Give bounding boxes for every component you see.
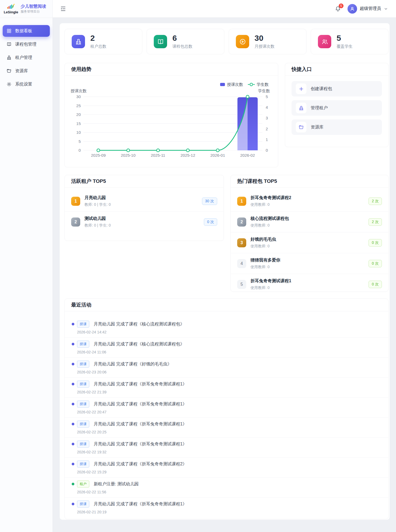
package-meta: 使用教师: 0 <box>250 265 280 269</box>
activity-dot <box>72 463 74 465</box>
rank-badge: 1 <box>237 197 246 206</box>
package-row: 4 猜猜我有多爱你 使用教师: 0 0 次 <box>231 253 388 274</box>
sidebar-nav: 数据看板 课程包管理 租户管理 资源库 <box>0 18 52 90</box>
activity-time: 2026-02-22 20:25 <box>77 430 382 434</box>
user-name: 超级管理员 <box>360 6 381 11</box>
svg-text:0: 0 <box>266 148 268 152</box>
avatar <box>347 4 357 14</box>
package-meta: 使用教师: 0 <box>250 285 291 290</box>
activity-time: 2026-02-22 15:29 <box>77 470 382 474</box>
sidebar-item-label: 资源库 <box>15 68 28 74</box>
stat-value: 5 <box>337 34 353 42</box>
activity-time: 2026-02-22 21:39 <box>77 390 382 394</box>
svg-text:2025-10: 2025-10 <box>121 153 135 158</box>
play-icon <box>236 35 249 48</box>
sidebar-item-resources[interactable]: 资源库 <box>3 65 50 77</box>
active-tenants-card: 活跃租户 TOP5 1 月亮幼儿园 教师: 0 | 学生: 0 30 次 2 测… <box>64 175 224 241</box>
stat-value: 6 <box>172 34 192 42</box>
quick-action-manage-tenants[interactable]: 管理租户 <box>292 100 382 116</box>
package-name: 好饿的毛毛虫 <box>250 237 276 242</box>
activity-tag: 授课 <box>77 401 89 408</box>
building-icon <box>6 55 12 60</box>
svg-text:授课次数: 授课次数 <box>71 88 87 93</box>
activity-time: 2026-02-21 20:19 <box>77 510 382 514</box>
activity-time: 2026-02-22 11:56 <box>77 490 382 494</box>
menu-fold-icon <box>60 5 67 12</box>
stat-value: 30 <box>254 34 274 42</box>
activity-dot <box>72 383 74 385</box>
plus-icon <box>296 83 306 94</box>
activity-tag: 租户 <box>77 481 89 487</box>
quick-action-label: 资源库 <box>311 124 324 130</box>
package-name: 折耳兔奇奇测试课程2 <box>250 195 291 201</box>
package-meta: 使用教师: 0 <box>250 202 291 207</box>
stat-value: 2 <box>90 34 106 42</box>
notification-badge: 5 <box>339 3 344 8</box>
activity-row: 授课 月亮幼儿园 完成了课程《折耳兔奇奇测试课程2》 2026-02-22 15… <box>65 458 388 478</box>
sidebar-item-label: 系统设置 <box>15 82 32 87</box>
sidebar-collapse-button[interactable] <box>60 5 67 12</box>
package-meta: 使用教师: 0 <box>250 223 289 228</box>
activity-text: 月亮幼儿园 完成了课程《折耳兔奇奇测试课程1》 <box>94 422 187 426</box>
recent-activity-card: 最近活动 授课 月亮幼儿园 完成了课程《核心流程测试课程包》 2026-02-2… <box>64 299 389 519</box>
stat-card-tenants: 2 租户总数 <box>64 29 142 54</box>
activity-row: 租户 新租户注册: 测试幼儿园 2026-02-22 11:56 <box>65 478 388 498</box>
quick-entry-card: 快捷入口 创建课程包 管理租户 <box>285 63 389 147</box>
usage-trend-chart: 051015202530012345授课次数学生数2025-092025-102… <box>70 79 273 159</box>
activity-tag: 授课 <box>77 501 89 507</box>
activity-dot <box>72 483 74 485</box>
quick-action-create-package[interactable]: 创建课程包 <box>292 81 382 96</box>
rainbow-bars-icon <box>6 3 15 10</box>
user-icon <box>349 6 355 12</box>
quick-action-resources[interactable]: 资源库 <box>292 119 382 135</box>
svg-text:学生数: 学生数 <box>257 82 269 87</box>
sidebar-item-course-packages[interactable]: 课程包管理 <box>3 38 50 50</box>
activity-tag: 授课 <box>77 341 89 348</box>
svg-text:5: 5 <box>79 139 81 144</box>
activity-dot <box>72 423 74 425</box>
book-icon <box>6 42 12 47</box>
rank-badge: 3 <box>237 238 246 247</box>
notifications-button[interactable]: 5 <box>335 6 341 12</box>
svg-text:2026-01: 2026-01 <box>210 153 225 158</box>
package-row: 1 折耳兔奇奇测试课程2 使用教师: 0 2 次 <box>231 191 388 212</box>
usage-trend-card: 使用趋势 051015202530012345授课次数学生数2025-09202… <box>64 63 278 167</box>
activity-dot <box>72 363 74 365</box>
svg-text:10: 10 <box>76 130 81 135</box>
sidebar-item-settings[interactable]: 系统设置 <box>3 78 50 90</box>
svg-text:4: 4 <box>266 105 268 110</box>
tenant-row: 1 月亮幼儿园 教师: 0 | 学生: 0 30 次 <box>65 191 224 212</box>
stat-label: 课程包总数 <box>172 44 192 49</box>
svg-text:2026-02: 2026-02 <box>240 153 255 158</box>
brand-logo-icon: LeSingle <box>4 3 18 14</box>
svg-text:2: 2 <box>266 127 268 131</box>
stat-label: 月授课次数 <box>254 44 274 49</box>
rank-badge: 1 <box>71 197 80 206</box>
card-title: 热门课程包 TOP5 <box>231 175 388 188</box>
activity-time: 2026-02-22 19:32 <box>77 450 382 454</box>
activity-tag: 授课 <box>77 421 89 428</box>
svg-text:30: 30 <box>76 94 81 99</box>
usage-count-badge: 0 次 <box>369 281 382 288</box>
rank-badge: 2 <box>71 217 80 227</box>
user-menu[interactable]: 超级管理员 <box>347 4 388 14</box>
sidebar: LeSingle 少儿智慧阅读 服务管理后台 数据看板 课程包管理 <box>0 0 53 532</box>
sidebar-item-tenants[interactable]: 租户管理 <box>3 52 50 63</box>
activity-tag: 授课 <box>77 461 89 467</box>
gear-icon <box>6 82 12 87</box>
package-row: 2 核心流程测试课程包 使用教师: 0 2 次 <box>231 212 388 232</box>
package-row: 3 好饿的毛毛虫 使用教师: 0 0 次 <box>231 232 388 253</box>
svg-text:2025-09: 2025-09 <box>91 153 106 158</box>
activity-tag: 授课 <box>77 361 89 368</box>
activity-text: 新租户注册: 测试幼儿园 <box>94 482 139 486</box>
svg-text:学生数: 学生数 <box>258 88 270 93</box>
sidebar-item-dashboard[interactable]: 数据看板 <box>3 25 50 37</box>
activity-text: 月亮幼儿园 完成了课程《核心流程测试课程包》 <box>94 342 184 346</box>
building-icon <box>296 103 306 113</box>
svg-text:2025-11: 2025-11 <box>151 153 165 158</box>
activity-row: 授课 月亮幼儿园 完成了课程《折耳兔奇奇测试课程1》 2026-02-22 21… <box>65 378 388 398</box>
chevron-down-icon <box>384 7 388 11</box>
package-meta: 使用教师: 0 <box>250 244 276 249</box>
package-name: 核心流程测试课程包 <box>250 216 289 221</box>
book-icon <box>154 35 167 48</box>
